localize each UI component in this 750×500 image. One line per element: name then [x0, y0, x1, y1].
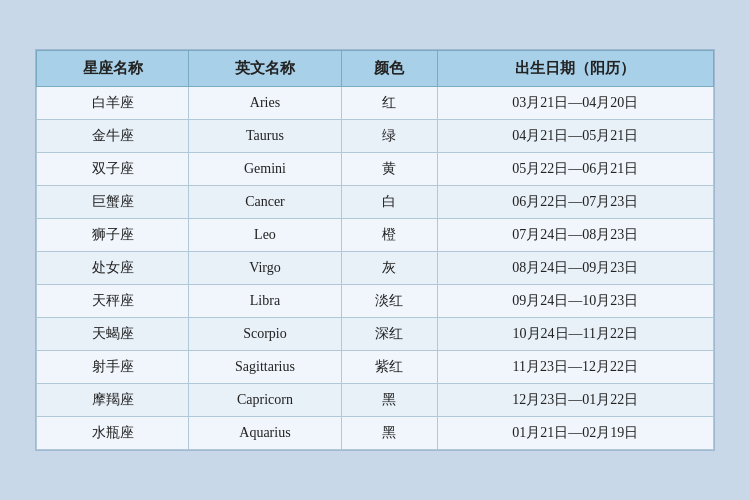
table-row: 天秤座Libra淡红09月24日—10月23日: [37, 285, 714, 318]
table-row: 摩羯座Capricorn黑12月23日—01月22日: [37, 384, 714, 417]
header-color: 颜色: [341, 51, 437, 87]
header-en-name: 英文名称: [189, 51, 341, 87]
cell-zh-name: 金牛座: [37, 120, 189, 153]
cell-zh-name: 射手座: [37, 351, 189, 384]
cell-dates: 09月24日—10月23日: [437, 285, 713, 318]
cell-color: 黑: [341, 417, 437, 450]
table-row: 金牛座Taurus绿04月21日—05月21日: [37, 120, 714, 153]
cell-color: 橙: [341, 219, 437, 252]
zodiac-table-container: 星座名称 英文名称 颜色 出生日期（阳历） 白羊座Aries红03月21日—04…: [35, 49, 715, 451]
cell-zh-name: 双子座: [37, 153, 189, 186]
cell-zh-name: 天秤座: [37, 285, 189, 318]
cell-en-name: Taurus: [189, 120, 341, 153]
cell-dates: 05月22日—06月21日: [437, 153, 713, 186]
table-row: 射手座Sagittarius紫红11月23日—12月22日: [37, 351, 714, 384]
cell-dates: 11月23日—12月22日: [437, 351, 713, 384]
cell-en-name: Virgo: [189, 252, 341, 285]
cell-en-name: Aquarius: [189, 417, 341, 450]
cell-en-name: Gemini: [189, 153, 341, 186]
table-row: 巨蟹座Cancer白06月22日—07月23日: [37, 186, 714, 219]
cell-color: 黑: [341, 384, 437, 417]
cell-en-name: Scorpio: [189, 318, 341, 351]
cell-dates: 03月21日—04月20日: [437, 87, 713, 120]
cell-en-name: Sagittarius: [189, 351, 341, 384]
cell-dates: 01月21日—02月19日: [437, 417, 713, 450]
zodiac-table: 星座名称 英文名称 颜色 出生日期（阳历） 白羊座Aries红03月21日—04…: [36, 50, 714, 450]
table-header-row: 星座名称 英文名称 颜色 出生日期（阳历）: [37, 51, 714, 87]
cell-color: 绿: [341, 120, 437, 153]
table-row: 白羊座Aries红03月21日—04月20日: [37, 87, 714, 120]
cell-zh-name: 摩羯座: [37, 384, 189, 417]
cell-color: 深红: [341, 318, 437, 351]
cell-en-name: Leo: [189, 219, 341, 252]
cell-dates: 08月24日—09月23日: [437, 252, 713, 285]
cell-dates: 06月22日—07月23日: [437, 186, 713, 219]
cell-en-name: Libra: [189, 285, 341, 318]
cell-color: 黄: [341, 153, 437, 186]
cell-color: 白: [341, 186, 437, 219]
cell-color: 红: [341, 87, 437, 120]
table-row: 天蝎座Scorpio深红10月24日—11月22日: [37, 318, 714, 351]
table-row: 狮子座Leo橙07月24日—08月23日: [37, 219, 714, 252]
cell-zh-name: 处女座: [37, 252, 189, 285]
cell-zh-name: 水瓶座: [37, 417, 189, 450]
cell-en-name: Cancer: [189, 186, 341, 219]
cell-dates: 04月21日—05月21日: [437, 120, 713, 153]
cell-dates: 07月24日—08月23日: [437, 219, 713, 252]
table-row: 双子座Gemini黄05月22日—06月21日: [37, 153, 714, 186]
cell-zh-name: 巨蟹座: [37, 186, 189, 219]
cell-color: 紫红: [341, 351, 437, 384]
cell-zh-name: 白羊座: [37, 87, 189, 120]
cell-en-name: Aries: [189, 87, 341, 120]
header-zh-name: 星座名称: [37, 51, 189, 87]
table-row: 处女座Virgo灰08月24日—09月23日: [37, 252, 714, 285]
cell-zh-name: 天蝎座: [37, 318, 189, 351]
cell-zh-name: 狮子座: [37, 219, 189, 252]
cell-dates: 12月23日—01月22日: [437, 384, 713, 417]
cell-color: 淡红: [341, 285, 437, 318]
cell-dates: 10月24日—11月22日: [437, 318, 713, 351]
cell-en-name: Capricorn: [189, 384, 341, 417]
table-body: 白羊座Aries红03月21日—04月20日金牛座Taurus绿04月21日—0…: [37, 87, 714, 450]
table-row: 水瓶座Aquarius黑01月21日—02月19日: [37, 417, 714, 450]
cell-color: 灰: [341, 252, 437, 285]
header-dates: 出生日期（阳历）: [437, 51, 713, 87]
